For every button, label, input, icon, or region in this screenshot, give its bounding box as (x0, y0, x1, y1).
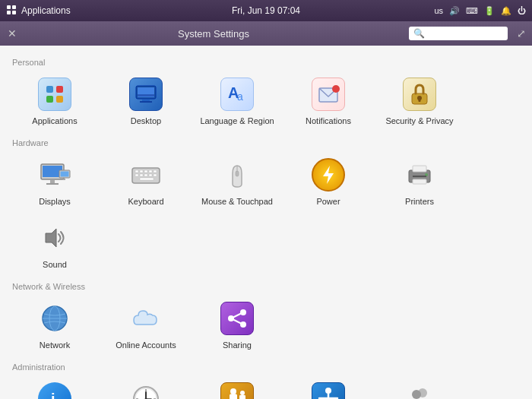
svg-rect-40 (236, 171, 239, 176)
svg-rect-6 (46, 96, 53, 103)
section-personal: Personal Applications (9, 58, 523, 132)
svg-rect-37 (154, 174, 157, 176)
item-applications[interactable]: Applications (9, 70, 100, 132)
svg-rect-11 (140, 101, 152, 103)
search-input[interactable] (428, 28, 503, 39)
svg-point-66 (230, 388, 236, 394)
label-keyboard: Keyboard (128, 196, 163, 207)
svg-rect-4 (46, 86, 53, 93)
svg-rect-43 (413, 166, 426, 172)
power-button[interactable]: ⏻ (518, 6, 526, 15)
svg-rect-12 (138, 94, 154, 97)
keyboard-icon: ⌨ (466, 6, 478, 16)
item-printers[interactable]: Printers (374, 150, 465, 213)
item-notifications[interactable]: Notifications (283, 70, 374, 132)
section-admin: Administration i About (9, 363, 523, 399)
svg-rect-23 (46, 183, 59, 185)
svg-rect-38 (140, 178, 154, 180)
svg-rect-1 (12, 5, 16, 9)
svg-rect-32 (154, 170, 157, 173)
svg-rect-2 (7, 11, 11, 14)
label-sound: Sound (43, 259, 67, 270)
label-displays: Displays (39, 196, 71, 207)
svg-line-54 (231, 312, 243, 318)
svg-point-16 (332, 85, 340, 93)
label-applications: Applications (32, 116, 77, 126)
svg-text:i: i (51, 391, 55, 399)
svg-rect-19 (419, 98, 421, 102)
svg-rect-30 (144, 170, 147, 173)
svg-point-78 (412, 390, 421, 399)
label-network: Network (40, 340, 70, 350)
item-about[interactable]: i About (9, 375, 100, 399)
topbar-left: Applications (6, 5, 71, 17)
item-power[interactable]: Power (283, 150, 374, 213)
section-hardware: Hardware (9, 138, 523, 276)
section-label-personal: Personal (12, 58, 523, 67)
alert-icon: 🔔 (501, 6, 511, 16)
section-network: Network & Wireless Netw (9, 282, 523, 356)
label-security: Security & Privacy (385, 116, 453, 126)
label-power: Power (316, 196, 340, 207)
label-mouse: Mouse & Touchpad (201, 196, 273, 207)
item-mouse[interactable]: Mouse & Touchpad (192, 150, 283, 213)
svg-line-55 (231, 318, 243, 325)
item-parental[interactable]: Parental Control (192, 375, 283, 399)
item-language[interactable]: A a Language & Region (192, 70, 283, 132)
item-desktop[interactable]: Desktop (100, 70, 192, 132)
battery-icon: 🔋 (484, 6, 495, 16)
svg-rect-25 (61, 172, 69, 177)
item-sharing[interactable]: Sharing (192, 294, 283, 356)
svg-rect-7 (56, 96, 63, 103)
svg-marker-41 (323, 166, 334, 184)
personal-grid: Applications Desktop (9, 70, 523, 132)
item-network[interactable]: Network (9, 294, 100, 356)
hardware-grid-2: Sound (9, 214, 523, 276)
svg-rect-31 (149, 170, 152, 173)
section-label-hardware: Hardware (12, 138, 523, 147)
svg-rect-3 (12, 11, 16, 14)
svg-point-67 (240, 391, 245, 395)
item-sound[interactable]: Sound (9, 214, 100, 276)
topbar-lang: us (434, 6, 443, 15)
item-keyboard[interactable]: Keyboard (100, 150, 192, 213)
hardware-grid: Displays (9, 150, 523, 213)
admin-grid: i About (9, 375, 523, 399)
label-online-accounts: Online Accounts (116, 340, 176, 350)
item-universal[interactable]: Universal Access (283, 375, 374, 399)
titlebar: ✕ System Settings 🔍 ⤢ (0, 21, 532, 46)
label-printers: Printers (405, 196, 434, 207)
item-security[interactable]: Security & Privacy (374, 70, 465, 132)
topbar-datetime: Fri, Jun 19 07:04 (232, 5, 300, 16)
window-title: System Settings (24, 28, 403, 40)
svg-rect-36 (149, 174, 152, 176)
search-icon: 🔍 (413, 28, 425, 39)
item-online-accounts[interactable]: Online Accounts (100, 294, 192, 356)
item-displays[interactable]: Displays (9, 150, 100, 213)
section-label-admin: Administration (12, 363, 523, 372)
item-users[interactable]: User Accounts (374, 375, 465, 399)
svg-rect-28 (135, 170, 138, 173)
svg-text:a: a (237, 90, 243, 103)
svg-rect-34 (140, 174, 143, 176)
close-button[interactable]: ✕ (6, 27, 18, 40)
svg-rect-46 (413, 176, 426, 177)
svg-rect-22 (50, 180, 55, 183)
svg-rect-0 (7, 5, 11, 9)
label-sharing: Sharing (223, 340, 252, 350)
topbar-app-label[interactable]: Applications (21, 5, 71, 16)
svg-rect-29 (140, 170, 143, 173)
volume-icon[interactable]: 🔊 (449, 6, 460, 16)
label-desktop: Desktop (131, 116, 161, 126)
svg-rect-5 (56, 86, 63, 93)
topbar: Applications Fri, Jun 19 07:04 us 🔊 ⌨ 🔋 … (0, 0, 532, 21)
grid-icon (6, 5, 17, 17)
item-datetime[interactable]: Date & Time (100, 375, 192, 399)
search-box: 🔍 (409, 27, 508, 40)
expand-button[interactable]: ⤢ (517, 27, 526, 40)
svg-marker-47 (46, 229, 56, 247)
network-grid: Network Online Accounts (9, 294, 523, 356)
main-content: Personal Applications (0, 46, 532, 399)
svg-rect-33 (135, 174, 138, 176)
svg-rect-44 (413, 179, 426, 184)
